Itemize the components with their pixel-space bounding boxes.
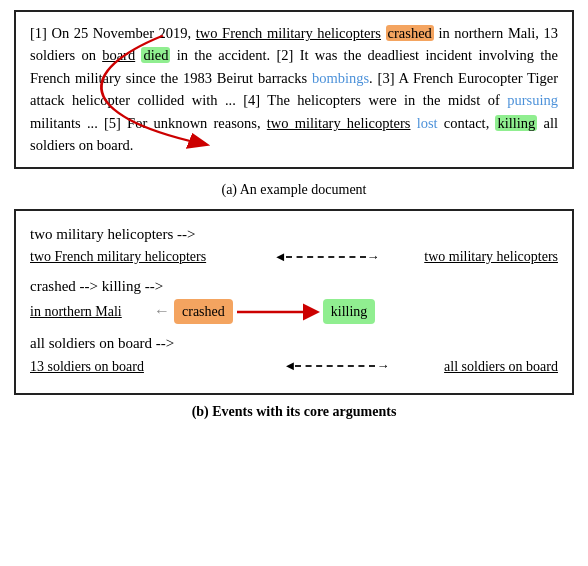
- red-arrow-svg: [233, 300, 323, 324]
- event-box-killing: killing: [323, 299, 376, 325]
- caption-a: (a) An example document: [221, 179, 366, 201]
- text-segment: contact,: [438, 115, 496, 131]
- ev2-location: in northern Mali: [30, 301, 150, 323]
- link-bombings: bombings: [312, 70, 369, 86]
- document-panel: [1] On 25 November 2019, two French mili…: [14, 10, 574, 169]
- entity-board: board: [102, 47, 135, 63]
- event-box-crashed: crashed: [174, 299, 233, 325]
- ev1-left: two French military helicopters: [30, 246, 230, 268]
- ev1-right: two military helicopters: [424, 246, 558, 268]
- ev3-right: all soldiers on board: [444, 356, 558, 378]
- event-killing: killing: [495, 115, 537, 131]
- text-segment: [1] On 25 November 2019,: [30, 25, 196, 41]
- caption-b: (b) Events with its core arguments: [192, 401, 397, 423]
- events-row-1: two French military helicopters ◄ → two …: [30, 246, 558, 268]
- caption-b-text: (b) Events with its core arguments: [192, 404, 397, 419]
- entity-french-helicopters: two French military helicopters: [196, 25, 381, 41]
- grey-arrow-icon: ←: [154, 299, 170, 324]
- caption-a-text: (a) An example document: [221, 182, 366, 197]
- ev3-left: 13 soldiers on board: [30, 356, 230, 378]
- text-segment: militants ... [5] For unknown reasons,: [30, 115, 267, 131]
- document-text: [1] On 25 November 2019, two French mili…: [30, 22, 558, 157]
- entity-military-helicopters: two military helicopters: [267, 115, 411, 131]
- events-row-3: 13 soldiers on board ◄ → all soldiers on…: [30, 356, 558, 378]
- event-crashed: crashed: [386, 25, 434, 41]
- event-died: died: [141, 47, 170, 63]
- events-row-2: in northern Mali ← crashed killing: [30, 299, 558, 325]
- dash-dot: →: [367, 247, 380, 267]
- link-pursuing: pursuing: [507, 92, 558, 108]
- events-panel: two military helicopters --> two French …: [14, 209, 574, 396]
- text-segment: [381, 25, 386, 41]
- link-lost: lost: [417, 115, 438, 131]
- dash-dot2: →: [376, 356, 389, 376]
